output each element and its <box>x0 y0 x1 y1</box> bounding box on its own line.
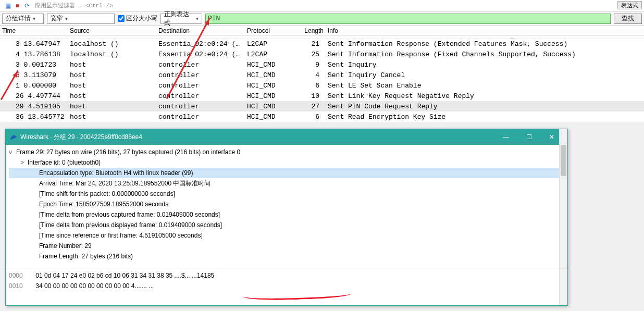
cell: 25 <box>279 51 326 58</box>
cell: L2CAP <box>245 40 279 48</box>
cell: localhost () <box>68 51 156 58</box>
tree-text: Frame 29: 27 bytes on wire (216 bits), 2… <box>16 148 240 156</box>
cell: 3 0.001723 <box>0 61 68 69</box>
find-bar: 分组详情 宽窄 区分大小写 正则表达式 查找 <box>0 11 644 26</box>
cell: 3 13.647947 <box>0 40 68 48</box>
cell: HCI_CMD <box>245 103 279 110</box>
col-time[interactable]: Time <box>0 26 68 35</box>
tree-line[interactable]: Frame Length: 27 bytes (216 bits) <box>9 251 564 262</box>
expression-button[interactable]: 表达式 <box>617 1 642 9</box>
tree-text: Frame Number: 29 <box>39 242 92 250</box>
filter-hint: 应用显示过滤器 … <Ctrl-/> <box>35 2 640 9</box>
minimize-button[interactable]: — <box>494 130 517 144</box>
search-input[interactable] <box>205 14 611 24</box>
cell: HCI_CMD <box>245 113 279 121</box>
tree-text: [Time delta from previous displayed fram… <box>39 221 222 229</box>
cell: Sent Inquiry Cancel <box>326 71 644 79</box>
cell: Sent Information Response (Fixed Channel… <box>326 51 644 58</box>
tree-text: [Time since reference or first frame: 4.… <box>39 232 203 239</box>
tree-text: [Time shift for this packet: 0.000000000… <box>39 190 175 197</box>
hex-bytes: 34 00 00 00 00 00 00 00 00 00 00 <box>34 282 131 290</box>
tree-line[interactable]: vFrame 29: 27 bytes on wire (216 bits), … <box>9 147 564 157</box>
table-row[interactable]: 3 0.001723hostcontrollerHCI_CMD9Sent Inq… <box>0 59 644 70</box>
hex-line[interactable]: 0010 34 00 00 00 00 00 00 00 00 00 00 4.… <box>9 281 564 291</box>
table-row[interactable]: 6 3.113079hostcontrollerHCI_CMD4Sent Inq… <box>0 70 644 80</box>
cell: L2CAP <box>245 51 279 58</box>
tree-line[interactable]: Arrival Time: Mar 24, 2020 13:25:09.1895… <box>9 178 564 189</box>
tree-line[interactable]: Frame Number: 29 <box>9 241 564 251</box>
cell: host <box>68 113 156 121</box>
toolbar-icons: ▦ ■ ⟳ <box>4 2 31 9</box>
cell: HCI_CMD <box>245 71 279 79</box>
cell: host <box>68 103 156 110</box>
cell: 29 4.519105 <box>0 103 68 110</box>
table-row[interactable]: 1 0.000000hostcontrollerHCI_CMD6Sent LE … <box>0 80 644 91</box>
tree-line[interactable]: >Interface id: 0 (bluetooth0) <box>9 157 564 168</box>
packet-list-header: Time Source Destination Protocol Length … <box>0 26 644 35</box>
table-row[interactable]: 29 4.519105hostcontrollerHCI_CMD27Sent P… <box>0 101 644 111</box>
cell: localhost () <box>68 40 156 48</box>
cell: 36 13.645772 <box>0 113 68 121</box>
case-sensitive-input[interactable] <box>118 15 125 22</box>
packet-list-body[interactable]: 3 13.647947localhost ()Essentia_02:e0:24… <box>0 39 644 122</box>
sort-indicator-row: ︿ <box>0 35 644 39</box>
cell: HCI_CMD <box>245 82 279 90</box>
hex-ascii: 4....... ... <box>131 282 154 290</box>
cell: Sent Read Encryption Key Size <box>326 113 644 121</box>
sort-caret-icon: ︿ <box>510 34 514 41</box>
cell: controller <box>156 71 245 79</box>
cell: controller <box>156 61 245 69</box>
tree-text: Interface id: 0 (bluetooth0) <box>28 159 101 166</box>
scrollbar-thumb[interactable] <box>561 145 566 176</box>
packet-tree-pane[interactable]: vFrame 29: 27 bytes on wire (216 bits), … <box>6 145 567 268</box>
hex-offset: 0010 <box>9 281 34 291</box>
tree-line[interactable]: [Time delta from previous captured frame… <box>9 209 564 220</box>
tree-line[interactable]: Encapsulation type: Bluetooth H4 with li… <box>9 168 564 178</box>
width-dropdown[interactable]: 宽窄 <box>47 14 115 24</box>
cell: 10 <box>279 92 326 100</box>
restart-icon: ⟳ <box>23 2 31 9</box>
packet-detail-dropdown[interactable]: 分组详情 <box>2 14 44 24</box>
hex-line[interactable]: 0000 01 0d 04 17 24 e0 02 b6 cd 10 06 31… <box>9 270 564 281</box>
tree-line[interactable]: [Time shift for this packet: 0.000000000… <box>9 189 564 199</box>
hex-dump-pane[interactable]: 0000 01 0d 04 17 24 e0 02 b6 cd 10 06 31… <box>6 268 567 305</box>
table-row[interactable]: 26 4.497744hostcontrollerHCI_CMD10Sent L… <box>0 91 644 101</box>
packet-list-pane: Time Source Destination Protocol Length … <box>0 26 644 122</box>
regex-dropdown[interactable]: 正则表达式 <box>160 14 202 24</box>
tree-text: Frame Length: 27 bytes (216 bits) <box>39 253 133 260</box>
tree-line[interactable]: [Time delta from previous displayed fram… <box>9 220 564 230</box>
cell: Sent Information Response (Extended Feat… <box>326 40 644 48</box>
cell: Essentia_02:e0:24 (… <box>156 51 245 58</box>
cell: Sent LE Set Scan Enable <box>326 82 644 90</box>
tree-line[interactable]: Epoch Time: 1585027509.189552000 seconds <box>9 199 564 209</box>
cell: Sent Inquiry <box>326 61 644 69</box>
table-row[interactable]: 36 13.645772hostcontrollerHCI_CMD6Sent R… <box>0 111 644 122</box>
display-filter-bar: ▦ ■ ⟳ 应用显示过滤器 … <Ctrl-/> 表达式 <box>0 0 644 11</box>
col-len[interactable]: Length <box>279 26 326 35</box>
find-button[interactable]: 查找 <box>614 14 642 24</box>
table-row[interactable]: 3 13.647947localhost ()Essentia_02:e0:24… <box>0 39 644 49</box>
cell: host <box>68 71 156 79</box>
maximize-button[interactable]: ☐ <box>517 130 540 144</box>
tree-line[interactable]: [Time since reference or first frame: 4.… <box>9 230 564 241</box>
case-sensitive-checkbox[interactable]: 区分大小写 <box>118 14 157 23</box>
hex-offset: 0000 <box>9 270 34 281</box>
col-info[interactable]: Info <box>326 26 644 35</box>
cell: Sent PIN Code Request Reply <box>326 103 644 110</box>
cell: 27 <box>279 103 326 110</box>
window-titlebar[interactable]: Wireshark · 分组 29 · 2004225e9ff0cd86ee4 … <box>6 129 567 145</box>
cell: HCI_CMD <box>245 92 279 100</box>
table-row[interactable]: 4 13.786138localhost ()Essentia_02:e0:24… <box>0 49 644 59</box>
tree-text: [Time delta from previous captured frame… <box>39 211 220 218</box>
cell: 9 <box>279 61 326 69</box>
cell: controller <box>156 113 245 121</box>
stop-icon: ■ <box>14 2 21 9</box>
tree-caret-icon: v <box>9 147 16 157</box>
col-proto[interactable]: Protocol <box>245 26 279 35</box>
col-source[interactable]: Source <box>68 26 156 35</box>
cell: 6 <box>279 82 326 90</box>
packet-detail-window: Wireshark · 分组 29 · 2004225e9ff0cd86ee4 … <box>5 129 568 306</box>
wireshark-fin-icon <box>10 133 17 141</box>
capture-icon: ▦ <box>4 2 12 9</box>
vertical-scrollbar[interactable] <box>559 145 567 268</box>
